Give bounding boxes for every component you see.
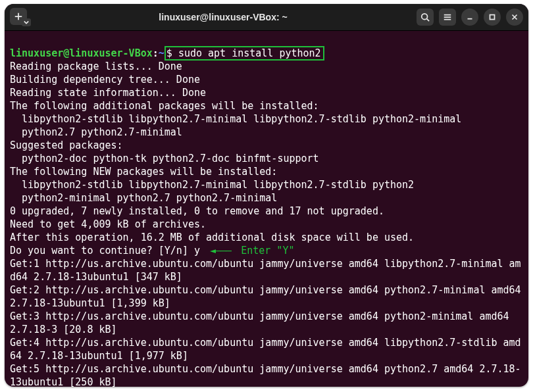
prompt-colon: :: [153, 47, 159, 59]
output-line: Reading state information... Done: [10, 87, 206, 99]
output-line: Get:2 http://us.archive.ubuntu.com/ubunt…: [10, 284, 527, 309]
prompt-path: ~: [159, 47, 165, 59]
output-line: Need to get 4,009 kB of archives.: [10, 218, 206, 230]
output-line: libpython2-stdlib libpython2.7-minimal l…: [10, 113, 461, 125]
new-tab-dropdown[interactable]: [22, 18, 31, 26]
terminal-body[interactable]: linuxuser@linuxuser-VBox:~$ sudo apt ins…: [5, 31, 528, 387]
command-highlight-box: $ sudo apt install python2: [165, 46, 324, 61]
annotation: ◄——— Enter "Y": [206, 245, 294, 257]
minimize-icon: [465, 12, 474, 22]
prompt-dollar: $: [166, 47, 172, 59]
new-tab-button[interactable]: [10, 8, 30, 26]
prompt-user-host: linuxuser@linuxuser-VBox: [10, 47, 153, 59]
close-icon: [510, 12, 519, 22]
annotation-label: Enter "Y": [241, 245, 294, 257]
titlebar: linuxuser@linuxuser-VBox: ~: [5, 4, 528, 31]
search-icon: [420, 12, 430, 22]
output-line: Building dependency tree... Done: [10, 74, 200, 86]
output-line: Reading package lists... Done: [10, 61, 182, 72]
arrow-left-icon: ◄———: [210, 244, 231, 257]
maximize-button[interactable]: [484, 9, 501, 26]
output-line: python2-doc python-tk python2.7-doc binf…: [10, 153, 319, 164]
output-line: The following additional packages will b…: [10, 100, 319, 112]
command-text: sudo apt install python2: [178, 47, 321, 59]
svg-point-0: [422, 14, 428, 20]
svg-rect-1: [490, 15, 495, 20]
menu-button[interactable]: [439, 9, 456, 26]
output-line: Get:4 http://us.archive.ubuntu.com/ubunt…: [10, 337, 521, 362]
chevron-down-icon: [24, 20, 29, 25]
output-line: Get:3 http://us.archive.ubuntu.com/ubunt…: [10, 310, 515, 335]
output-line: After this operation, 16.2 MB of additio…: [10, 232, 414, 243]
output-line: Suggested packages:: [10, 139, 123, 151]
output-line: Do you want to continue? [Y/n] y: [10, 245, 200, 257]
output-line: python2.7 python2.7-minimal: [10, 126, 182, 138]
search-button[interactable]: [417, 9, 434, 26]
close-button[interactable]: [506, 9, 523, 26]
window-title: linuxuser@linuxuser-VBox: ~: [30, 12, 417, 22]
output-line: Get:1 http://us.archive.ubuntu.com/ubunt…: [10, 258, 521, 283]
output-line: libpython2-stdlib libpython2.7-minimal l…: [10, 179, 414, 191]
minimize-button[interactable]: [461, 9, 478, 26]
output-line: The following NEW packages will be insta…: [10, 166, 277, 178]
maximize-icon: [488, 12, 497, 22]
terminal-window: linuxuser@linuxuser-VBox: ~ linuxuser@li…: [5, 4, 528, 387]
hamburger-icon: [443, 12, 452, 22]
output-line: Get:5 http://us.archive.ubuntu.com/ubunt…: [10, 363, 521, 387]
output-line: 0 upgraded, 7 newly installed, 0 to remo…: [10, 205, 384, 217]
output-line: python2-minimal python2.7 python2.7-mini…: [10, 192, 277, 204]
